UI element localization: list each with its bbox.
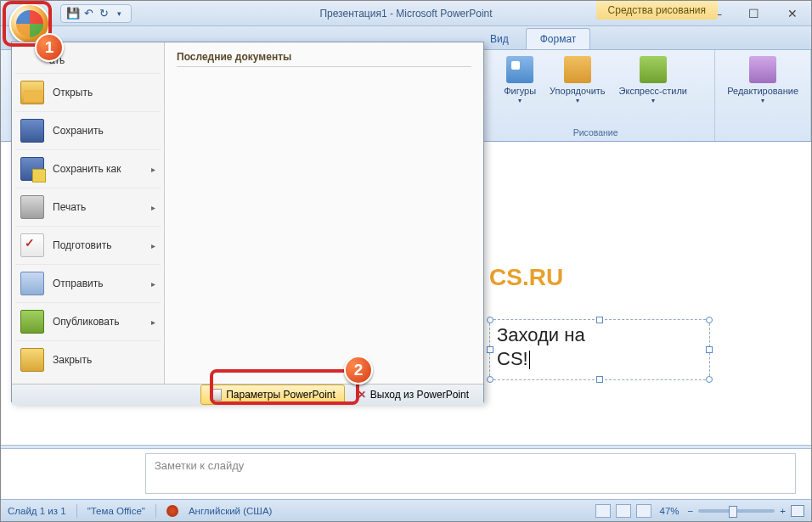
resize-handle[interactable] [706,317,713,323]
submenu-arrow-icon: ▸ [151,279,155,289]
publish-icon [20,310,44,334]
window-title: Презентация1 - Microsoft PowerPoint [319,8,492,20]
exit-icon: ✕ [358,389,366,401]
spellcheck-icon[interactable] [166,505,178,517]
editing-button[interactable]: Редактирование▾ [722,53,804,108]
slide-title-text: CS.RU [489,264,563,291]
tab-format[interactable]: Формат [526,28,591,49]
zoom-level[interactable]: 47% [660,506,679,516]
status-bar: Слайд 1 из 1 "Тема Office" Английский (С… [1,499,811,521]
shapes-button[interactable]: Фигуры▾ [499,53,541,108]
textbox-content[interactable]: Заходи на CS! [490,320,709,373]
status-slide-number[interactable]: Слайд 1 из 1 [8,506,66,516]
ribbon-group-drawing: Фигуры▾ Упорядочить▾ Экспресс-стили▾ Рис… [476,50,715,141]
maximize-button[interactable]: ☐ [735,2,773,25]
slide-canvas[interactable]: CS.RU Заходи на CS! [489,154,791,417]
office-menu-commands: ать Открыть Сохранить Сохранить как▸ Печ… [12,42,165,384]
slideshow-view-button[interactable] [636,504,651,518]
saveas-icon [20,157,44,181]
resize-handle[interactable] [487,317,493,323]
zoom-slider[interactable] [698,509,775,513]
submenu-arrow-icon: ▸ [151,317,155,327]
menu-publish[interactable]: Опубликовать▸ [15,303,161,341]
normal-view-button[interactable] [595,504,611,518]
find-icon [749,56,776,83]
ribbon-group-editing: Редактирование▾ [715,50,811,141]
menu-send[interactable]: Отправить▸ [15,265,161,303]
resize-handle[interactable] [487,376,493,383]
options-icon [210,389,222,401]
save-icon [20,119,44,143]
status-language[interactable]: Английский (США) [189,506,273,516]
quick-styles-button[interactable]: Экспресс-стили▾ [614,53,692,108]
submenu-arrow-icon: ▸ [151,203,155,212]
resize-handle[interactable] [706,346,713,353]
arrange-icon [564,56,591,83]
notes-pane[interactable]: Заметки к слайду [145,453,796,494]
title-bar: 💾 ↶ ↻ ▾ Презентация1 - Microsoft PowerPo… [1,1,811,26]
group-label-drawing: Рисование [573,125,618,138]
selected-textbox[interactable]: Заходи на CS! [489,319,710,380]
zoom-in-button[interactable]: + [780,506,786,516]
sorter-view-button[interactable] [616,504,631,518]
contextual-tab-label: Средства рисования [596,1,718,20]
office-menu: ать Открыть Сохранить Сохранить как▸ Печ… [11,42,484,402]
status-theme[interactable]: "Тема Office" [87,506,145,516]
submenu-arrow-icon: ▸ [151,241,155,250]
arrange-button[interactable]: Упорядочить▾ [544,53,610,108]
resize-handle[interactable] [487,346,493,353]
fit-to-window-button[interactable] [791,505,804,517]
close-file-icon [20,348,44,372]
prepare-icon [20,233,44,257]
undo-icon[interactable]: ↶ [82,7,95,20]
send-icon [20,272,44,295]
shapes-icon [506,56,533,83]
menu-saveas[interactable]: Сохранить как▸ [15,150,161,188]
resize-handle[interactable] [596,376,603,383]
annotation-badge-2: 2 [344,356,373,384]
powerpoint-options-button[interactable]: Параметры PowerPoint [200,384,345,405]
recent-documents-panel: Последние документы [165,42,483,384]
open-icon [20,81,44,104]
menu-prepare[interactable]: Подготовить▸ [15,227,161,265]
menu-save[interactable]: Сохранить [15,112,161,150]
resize-handle[interactable] [596,317,603,323]
save-icon[interactable]: 💾 [66,7,80,20]
annotation-badge-1: 1 [35,33,64,62]
submenu-arrow-icon: ▸ [151,165,155,174]
menu-open[interactable]: Открыть [15,74,161,112]
menu-close[interactable]: Закрыть [15,341,161,379]
zoom-out-button[interactable]: − [688,506,694,516]
redo-icon[interactable]: ↻ [97,7,110,20]
print-icon [20,195,44,219]
recent-documents-title: Последние документы [177,51,471,67]
qat-dropdown-icon[interactable]: ▾ [112,7,126,20]
resize-handle[interactable] [706,376,713,383]
text-caret [529,351,530,369]
menu-print[interactable]: Печать▸ [15,188,161,227]
notes-splitter[interactable] [1,445,811,449]
quick-access-toolbar: 💾 ↶ ↻ ▾ [60,4,132,23]
close-button[interactable]: ✕ [773,2,811,25]
styles-icon [640,56,667,83]
office-menu-footer: Параметры PowerPoint ✕ Выход из PowerPoi… [12,384,483,405]
exit-powerpoint-button[interactable]: ✕ Выход из PowerPoint [348,384,478,405]
